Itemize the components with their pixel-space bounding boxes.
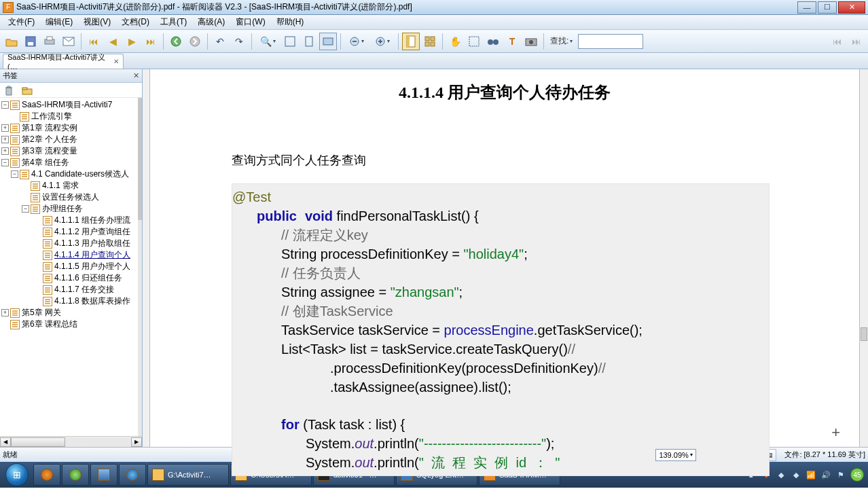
bookmark-item[interactable]: SaaS-IHRM项目-Activiti7	[22, 99, 112, 111]
menu-window[interactable]: 窗口(W)	[230, 15, 270, 29]
bookmark-item[interactable]: 4.1.1.6 归还组任务	[54, 272, 122, 284]
menu-help[interactable]: 帮助(H)	[271, 15, 310, 29]
prev-page-icon[interactable]: ◀	[104, 33, 122, 50]
thumbnails-icon[interactable]	[421, 33, 439, 50]
menu-advanced[interactable]: 高级(A)	[192, 15, 230, 29]
bookmark-item[interactable]: 4.1.1 需求	[42, 180, 79, 192]
email-icon[interactable]	[60, 33, 77, 50]
zoom-level-input[interactable]: 139.09%▾	[655, 449, 696, 461]
document-tab[interactable]: SaaS-IHRM项目-Activiti7讲义(… ✕	[3, 54, 124, 69]
bookmark-item[interactable]: 办理组任务	[42, 203, 83, 215]
find-next-icon[interactable]: ⏭	[848, 33, 865, 50]
start-button[interactable]: ⊞	[1, 462, 33, 488]
tray-volume-icon[interactable]: 🔊	[820, 469, 831, 480]
svg-rect-18	[431, 37, 435, 41]
minimize-button[interactable]: —	[797, 1, 816, 14]
search-input[interactable]	[578, 34, 643, 49]
delete-bookmark-icon[interactable]	[4, 85, 14, 96]
taskbar-window-explorer1[interactable]: G:\Activiti7…	[147, 464, 229, 486]
tab-label: SaaS-IHRM项目-Activiti7讲义(…	[7, 52, 107, 71]
bookmark-item[interactable]: 4.1 Candidate-users候选人	[31, 168, 129, 180]
save-icon[interactable]	[22, 33, 39, 50]
forward-icon[interactable]	[186, 33, 204, 50]
menu-edit[interactable]: 编辑(E)	[40, 15, 78, 29]
scroll-left-icon[interactable]: ◀	[0, 437, 11, 447]
taskbar-pinned-explorer[interactable]	[90, 464, 117, 486]
tab-close-icon[interactable]: ✕	[113, 58, 119, 65]
bookmark-item[interactable]: 4.1.1.1 组任务办理流	[54, 215, 130, 226]
svg-rect-19	[425, 42, 429, 46]
expand-icon[interactable]: +	[1, 147, 9, 155]
search-label: 查找:	[550, 35, 568, 47]
scroll-right-icon[interactable]: ▶	[131, 437, 142, 447]
print-icon[interactable]	[41, 33, 58, 50]
sidebar-hscrollbar[interactable]: ◀ ▶	[0, 436, 142, 447]
bookmark-item[interactable]: 4.1.1.5 用户办理个人	[54, 261, 130, 272]
select-tool-icon[interactable]	[465, 33, 483, 50]
snapshot-icon[interactable]	[522, 33, 540, 50]
sidebar-close-icon[interactable]: ✕	[133, 71, 139, 80]
add-annotation-icon[interactable]: +	[831, 424, 840, 441]
zoom-in-icon[interactable]: ▾	[370, 33, 395, 50]
rotate-left-icon[interactable]: ↶	[211, 33, 229, 50]
tray-app-icon[interactable]: ◆	[776, 469, 786, 480]
text-select-icon[interactable]: T	[503, 33, 521, 50]
bookmark-item[interactable]: 设置任务候选人	[42, 192, 99, 203]
collapse-icon[interactable]: −	[22, 205, 29, 213]
taskbar-pinned-media[interactable]	[119, 464, 146, 486]
bookmark-item-selected[interactable]: 4.1.1.4 用户查询个人	[54, 249, 130, 261]
bookmark-item[interactable]: 4.1.1.7 任务交接	[54, 284, 114, 295]
bookmark-item[interactable]: 第5章 网关	[22, 307, 61, 319]
next-page-icon[interactable]: ▶	[123, 33, 141, 50]
collapse-icon[interactable]: −	[11, 170, 18, 178]
menu-view[interactable]: 视图(V)	[78, 15, 116, 29]
menu-file[interactable]: 文件(F)	[3, 15, 40, 29]
sidebar-vscrollbar[interactable]	[138, 98, 142, 436]
tray-app-icon[interactable]: ◆	[791, 469, 801, 480]
taskbar-pinned-app[interactable]	[33, 464, 60, 486]
bookmark-item[interactable]: 4.1.1.8 数据库表操作	[54, 295, 130, 307]
collapse-icon[interactable]: −	[1, 159, 9, 166]
bookmark-item[interactable]: 工作流引擎	[31, 111, 72, 122]
taskbar-pinned-browser[interactable]	[62, 464, 89, 486]
document-vscrollbar[interactable]	[860, 69, 868, 447]
search-options-dropdown[interactable]: ▾	[570, 38, 573, 44]
zoom-out-icon[interactable]: ▾	[344, 33, 369, 50]
open-icon[interactable]	[3, 33, 20, 50]
back-icon[interactable]	[167, 33, 185, 50]
tray-battery-icon[interactable]: 45	[850, 468, 864, 482]
binoculars-icon[interactable]	[484, 33, 502, 50]
fit-page-icon[interactable]	[300, 33, 318, 50]
tray-network-icon[interactable]: 📶	[806, 469, 816, 480]
close-button[interactable]: ✕	[838, 1, 865, 14]
bookmark-tree: −SaaS-IHRM项目-Activiti7 工作流引擎 +第1章 流程实例 +…	[0, 98, 142, 331]
bookmarks-icon[interactable]	[402, 33, 420, 50]
bookmark-item[interactable]: 第2章 个人任务	[22, 134, 77, 145]
actual-size-icon[interactable]	[281, 33, 299, 50]
last-page-icon[interactable]: ⏭	[142, 33, 160, 50]
collapse-icon[interactable]: −	[1, 101, 9, 109]
first-page-icon[interactable]: ⏮	[85, 33, 103, 50]
find-prev-icon[interactable]: ⏮	[829, 33, 846, 50]
rotate-right-icon[interactable]: ↷	[230, 33, 248, 50]
zoom-tool-icon[interactable]: 🔍▾	[255, 33, 280, 50]
menu-tools[interactable]: 工具(T)	[155, 15, 192, 29]
bookmark-item[interactable]: 第4章 组任务	[22, 157, 69, 168]
expand-all-icon[interactable]	[22, 86, 33, 95]
bookmark-item[interactable]: 4.1.1.3 用户拾取组任	[54, 238, 130, 249]
bookmark-item[interactable]: 第1章 流程实例	[22, 122, 77, 134]
svg-point-23	[493, 39, 499, 45]
hand-tool-icon[interactable]: ✋	[446, 33, 464, 50]
svg-point-6	[190, 37, 200, 46]
expand-icon[interactable]: +	[1, 309, 9, 316]
bookmark-item[interactable]: 第3章 流程变量	[22, 145, 77, 157]
bookmark-item[interactable]: 4.1.1.2 用户查询组任	[54, 226, 130, 238]
tray-flag-icon[interactable]: ⚑	[835, 469, 846, 480]
bookmark-item[interactable]: 第6章 课程总结	[22, 319, 77, 330]
document-view[interactable]: 4.1.1.4 用户查询个人待办任务 查询方式同个人任务查询 @Test pub…	[143, 69, 868, 447]
fit-width-icon[interactable]	[319, 33, 337, 50]
maximize-button[interactable]: ☐	[818, 1, 837, 14]
expand-icon[interactable]: +	[1, 136, 9, 143]
expand-icon[interactable]: +	[1, 124, 9, 132]
menu-doc[interactable]: 文档(D)	[116, 15, 155, 29]
